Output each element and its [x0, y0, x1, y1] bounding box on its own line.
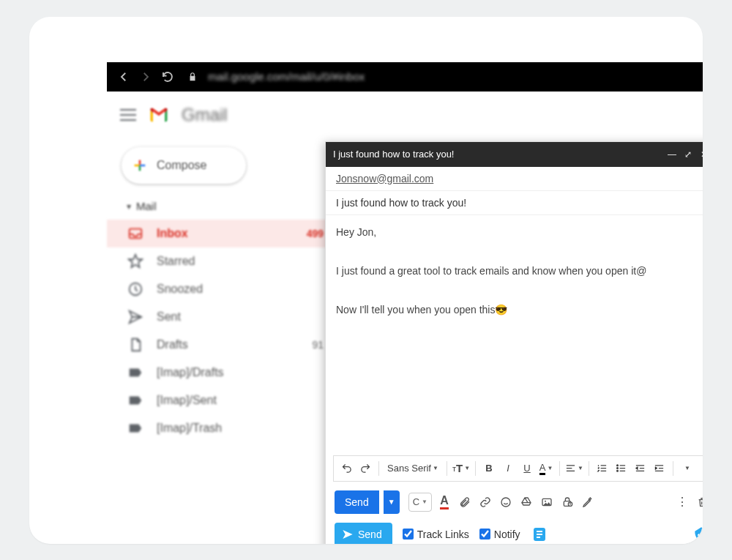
- lock-icon: [187, 72, 198, 82]
- close-icon[interactable]: ✕: [696, 149, 703, 160]
- file-icon: [127, 337, 143, 353]
- more-options-icon[interactable]: ⋮: [674, 494, 690, 510]
- nav-label: [Imap]/Trash: [157, 422, 310, 435]
- photo-icon[interactable]: [539, 494, 555, 510]
- popout-icon[interactable]: ⤢: [680, 149, 696, 160]
- body-line: I just found a great tool to track email…: [336, 261, 703, 281]
- label-icon: [127, 365, 143, 381]
- notify-label: Notify: [494, 529, 520, 540]
- nav-label: Drafts: [157, 338, 299, 351]
- bold-icon[interactable]: B: [481, 460, 497, 477]
- gmail-logo-icon: [148, 106, 170, 124]
- compose-body[interactable]: Hey Jon, I just found a great tool to tr…: [326, 215, 703, 455]
- nav-label: Starred: [157, 255, 310, 268]
- send-options-button[interactable]: ▼: [384, 490, 400, 514]
- discard-icon[interactable]: [695, 494, 703, 510]
- redo-icon[interactable]: [357, 460, 373, 477]
- indent-less-icon[interactable]: [632, 460, 649, 477]
- paper-plane-icon: [342, 529, 354, 540]
- sidebar-item-imap-sent[interactable]: [Imap]/Sent: [107, 387, 341, 414]
- screenshot-card: mail.google.com/mail/u/0/#inbox Gmail Co…: [29, 17, 703, 544]
- sidebar-section-label: ▸Mail: [127, 200, 341, 212]
- compose-action-row: Send ▼ C▼ A ⋮: [326, 486, 703, 518]
- tracking-toolbar: Send Track Links Notify: [326, 518, 703, 544]
- bulleted-list-icon[interactable]: [613, 460, 630, 477]
- nav-label: Inbox: [157, 227, 294, 240]
- underline-icon[interactable]: U: [519, 460, 535, 477]
- forward-icon[interactable]: [139, 70, 152, 83]
- star-icon: [127, 253, 143, 269]
- send-button[interactable]: Send: [335, 490, 379, 514]
- compose-button[interactable]: Compose: [122, 147, 246, 184]
- recipient-chip[interactable]: Jonsnow@gmail.com: [336, 173, 433, 184]
- menu-icon[interactable]: [120, 109, 136, 121]
- drive-icon[interactable]: [518, 494, 534, 510]
- track-send-label: Send: [358, 529, 382, 540]
- align-icon[interactable]: ▼: [565, 460, 583, 477]
- italic-icon[interactable]: I: [500, 460, 516, 477]
- schedule-pill[interactable]: C▼: [408, 493, 432, 512]
- body-line: Hey Jon,: [336, 223, 703, 242]
- gmail-header: Gmail: [107, 92, 703, 138]
- reload-icon[interactable]: [161, 70, 174, 83]
- send-icon: [127, 309, 143, 325]
- svg-point-4: [617, 470, 619, 471]
- svg-point-5: [501, 498, 510, 507]
- minimize-icon[interactable]: —: [664, 149, 680, 160]
- body-line: Now I'll tell you when you open this😎: [336, 300, 703, 320]
- inbox-icon: [127, 225, 143, 242]
- numbered-list-icon[interactable]: [594, 460, 610, 477]
- compose-label: Compose: [157, 159, 206, 172]
- subject-field[interactable]: I just found how to track you!: [326, 191, 703, 215]
- sidebar-item-starred[interactable]: Starred: [107, 247, 341, 275]
- sidebar: ▸Mail Inbox 499 Starred Snoozed Sent: [107, 200, 341, 442]
- sidebar-item-imap-drafts[interactable]: [Imap]/Drafts: [107, 359, 341, 387]
- label-icon: [127, 420, 143, 436]
- text-color-icon[interactable]: A▼: [538, 460, 554, 477]
- sidebar-item-drafts[interactable]: Drafts 91: [107, 331, 341, 359]
- svg-point-7: [545, 500, 546, 501]
- gmail-wordmark: Gmail: [182, 105, 228, 125]
- template-icon[interactable]: [531, 526, 548, 543]
- notify-input[interactable]: [479, 529, 490, 540]
- notify-checkbox[interactable]: Notify: [479, 529, 520, 540]
- attach-icon[interactable]: [457, 494, 473, 510]
- label-icon: [127, 392, 143, 408]
- compose-titlebar[interactable]: I just found how to track you! — ⤢ ✕: [326, 142, 703, 167]
- nav-label: [Imap]/Sent: [157, 394, 310, 407]
- address-bar-url[interactable]: mail.google.com/mail/u/0/#inbox: [208, 70, 365, 83]
- nav-count: 91: [312, 339, 324, 351]
- sidebar-item-snoozed[interactable]: Snoozed: [107, 275, 341, 303]
- sidebar-item-sent[interactable]: Sent: [107, 303, 341, 331]
- emoji-icon[interactable]: [498, 494, 514, 510]
- tracking-brand-icon[interactable]: [692, 525, 703, 544]
- nav-label: Sent: [157, 310, 310, 324]
- font-family-select[interactable]: Sans Serif▼: [384, 460, 441, 477]
- sidebar-item-imap-trash[interactable]: [Imap]/Trash: [107, 414, 341, 442]
- text-format-icon[interactable]: A: [436, 494, 452, 510]
- format-more-icon[interactable]: ▼: [679, 460, 695, 477]
- plus-icon: [132, 157, 148, 173]
- font-size-icon[interactable]: тT▼: [452, 460, 470, 477]
- confidential-icon[interactable]: [559, 494, 575, 510]
- svg-point-3: [617, 468, 619, 469]
- indent-more-icon[interactable]: [651, 460, 668, 477]
- track-send-button[interactable]: Send: [335, 523, 392, 544]
- back-icon[interactable]: [117, 70, 130, 83]
- signature-icon[interactable]: [580, 494, 596, 510]
- link-icon[interactable]: [477, 494, 493, 510]
- track-links-input[interactable]: [403, 529, 414, 540]
- nav-count: 499: [307, 228, 324, 239]
- format-toolbar: Sans Serif▼ тT▼ B I U A▼ ▼ ▼: [333, 455, 703, 482]
- nav-label: [Imap]/Drafts: [157, 366, 310, 379]
- undo-icon[interactable]: [338, 460, 354, 477]
- svg-point-2: [617, 465, 619, 466]
- nav-label: Snoozed: [157, 283, 310, 296]
- clock-icon: [127, 281, 143, 297]
- sidebar-item-inbox[interactable]: Inbox 499: [107, 220, 341, 247]
- recipients-field[interactable]: Jonsnow@gmail.com: [326, 167, 703, 191]
- compose-window: I just found how to track you! — ⤢ ✕ Jon…: [325, 141, 703, 544]
- browser-toolbar: mail.google.com/mail/u/0/#inbox: [107, 62, 703, 92]
- track-links-checkbox[interactable]: Track Links: [403, 529, 469, 540]
- compose-title: I just found how to track you!: [333, 149, 664, 160]
